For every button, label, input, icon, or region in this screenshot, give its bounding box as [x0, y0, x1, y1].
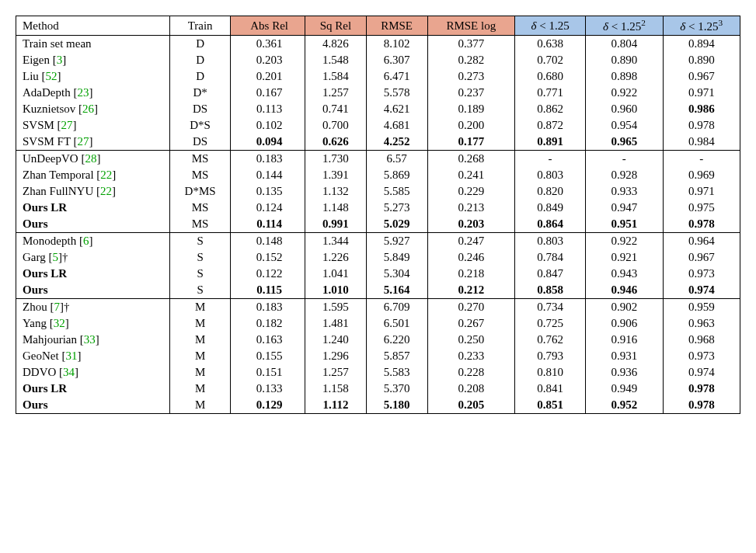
col-rmse: RMSE — [366, 16, 427, 36]
cell-abs_rel: 0.133 — [230, 381, 305, 397]
cell-method: Garg [5]† — [16, 249, 170, 266]
cell-rmse: 6.471 — [366, 68, 427, 85]
cell-rmse_log: 0.237 — [427, 85, 514, 101]
table-row: UnDeepVO [28]MS0.1831.7306.570.268--- — [16, 151, 740, 168]
cell-d1: 0.810 — [515, 364, 586, 381]
cell-sq_rel: 1.010 — [305, 282, 366, 299]
cell-rmse: 6.220 — [366, 332, 427, 348]
cell-d2: 0.928 — [586, 167, 663, 183]
cell-sq_rel: 1.041 — [305, 266, 366, 282]
cell-method: GeoNet [31] — [16, 348, 170, 364]
cell-rmse_log: 0.268 — [427, 151, 514, 168]
cell-d2: 0.916 — [586, 332, 663, 348]
cell-rmse: 5.370 — [366, 381, 427, 397]
citation-link[interactable]: 23 — [77, 86, 89, 99]
cell-d2: 0.943 — [586, 266, 663, 282]
cell-sq_rel: 1.132 — [305, 183, 366, 200]
cell-method: SVSM FT [27] — [16, 134, 170, 151]
cell-rmse_log: 0.282 — [427, 52, 514, 68]
cell-method: Ours — [16, 216, 170, 233]
cell-abs_rel: 0.129 — [230, 397, 305, 414]
cell-train: MS — [170, 216, 231, 233]
cell-d3: 0.986 — [663, 101, 740, 117]
cell-rmse: 5.857 — [366, 348, 427, 364]
table-row: DDVO [34]M0.1511.2575.5830.2280.8100.936… — [16, 364, 740, 381]
cell-d2: 0.902 — [586, 299, 663, 316]
cell-d3: 0.971 — [663, 183, 740, 200]
citation-link[interactable]: 27 — [61, 119, 73, 131]
cell-d2: 0.890 — [586, 52, 663, 68]
cell-d1: 0.891 — [515, 134, 586, 151]
cell-d2: 0.931 — [586, 348, 663, 364]
cell-abs_rel: 0.124 — [230, 200, 305, 216]
citation-link[interactable]: 5 — [52, 251, 58, 263]
cell-d1: 0.702 — [515, 52, 586, 68]
cell-sq_rel: 1.296 — [305, 348, 366, 364]
cell-train: D — [170, 68, 231, 85]
cell-train: M — [170, 397, 231, 414]
citation-link[interactable]: 28 — [85, 152, 96, 165]
cell-rmse_log: 0.246 — [427, 249, 514, 266]
citation-link[interactable]: 31 — [65, 350, 77, 362]
citation-link[interactable]: 27 — [78, 135, 89, 148]
cell-rmse: 8.102 — [366, 36, 427, 53]
cell-abs_rel: 0.114 — [230, 216, 305, 233]
cell-d2: 0.952 — [586, 397, 663, 414]
citation-link[interactable]: 3 — [57, 54, 63, 66]
cell-method: Train set mean — [16, 36, 170, 53]
cell-train: S — [170, 233, 231, 250]
cell-d3: 0.890 — [663, 52, 740, 68]
cell-d1: 0.638 — [515, 36, 586, 53]
cell-rmse: 5.849 — [366, 249, 427, 266]
table-row: Zhou [7]†M0.1831.5956.7090.2700.7340.902… — [16, 299, 740, 316]
citation-link[interactable]: 52 — [46, 70, 57, 82]
citation-link[interactable]: 6 — [83, 235, 89, 247]
citation-link[interactable]: 22 — [100, 185, 112, 197]
cell-abs_rel: 0.144 — [230, 167, 305, 183]
cell-d1: 0.803 — [515, 233, 586, 250]
cell-rmse: 5.869 — [366, 167, 427, 183]
citation-link[interactable]: 7 — [54, 301, 60, 313]
cell-sq_rel: 1.112 — [305, 397, 366, 414]
cell-rmse: 5.164 — [366, 282, 427, 299]
cell-sq_rel: 1.595 — [305, 299, 366, 316]
citation-link[interactable]: 34 — [63, 366, 75, 378]
cell-rmse: 6.307 — [366, 52, 427, 68]
table-row: OursM0.1291.1125.1800.2050.8510.9520.978 — [16, 397, 740, 414]
cell-abs_rel: 0.152 — [230, 249, 305, 266]
cell-train: DS — [170, 134, 231, 151]
cell-rmse: 5.304 — [366, 266, 427, 282]
cell-abs_rel: 0.094 — [230, 134, 305, 151]
citation-link[interactable]: 32 — [54, 317, 65, 329]
cell-rmse_log: 0.377 — [427, 36, 514, 53]
cell-method: Zhou [7]† — [16, 299, 170, 316]
citation-link[interactable]: 26 — [82, 103, 94, 115]
cell-rmse_log: 0.250 — [427, 332, 514, 348]
cell-sq_rel: 1.481 — [305, 315, 366, 332]
cell-rmse_log: 0.213 — [427, 200, 514, 216]
cell-rmse_log: 0.233 — [427, 348, 514, 364]
citation-link[interactable]: 33 — [84, 333, 96, 346]
cell-abs_rel: 0.148 — [230, 233, 305, 250]
cell-d2: 0.933 — [586, 183, 663, 200]
cell-d3: 0.973 — [663, 266, 740, 282]
cell-abs_rel: 0.361 — [230, 36, 305, 53]
cell-method: Ours LR — [16, 266, 170, 282]
cell-abs_rel: 0.203 — [230, 52, 305, 68]
cell-abs_rel: 0.113 — [230, 101, 305, 117]
cell-d1: 0.872 — [515, 117, 586, 134]
citation-link[interactable]: 22 — [100, 169, 112, 181]
col-sq-rel: Sq Rel — [305, 16, 366, 36]
cell-d3: 0.973 — [663, 348, 740, 364]
table-row: AdaDepth [23]D*0.1671.2575.5780.2370.771… — [16, 85, 740, 101]
cell-rmse_log: 0.212 — [427, 282, 514, 299]
cell-method: Mahjourian [33] — [16, 332, 170, 348]
cell-d3: 0.974 — [663, 364, 740, 381]
cell-method: Zhan FullNYU [22] — [16, 183, 170, 200]
table-row: OursMS0.1140.9915.0290.2030.8640.9510.97… — [16, 216, 740, 233]
cell-sq_rel: 0.991 — [305, 216, 366, 233]
cell-method: SVSM [27] — [16, 117, 170, 134]
cell-sq_rel: 0.626 — [305, 134, 366, 151]
table-row: Zhan FullNYU [22]D*MS0.1351.1325.5850.22… — [16, 183, 740, 200]
results-table: Method Train Abs Rel Sq Rel RMSE RMSE lo… — [16, 16, 740, 414]
